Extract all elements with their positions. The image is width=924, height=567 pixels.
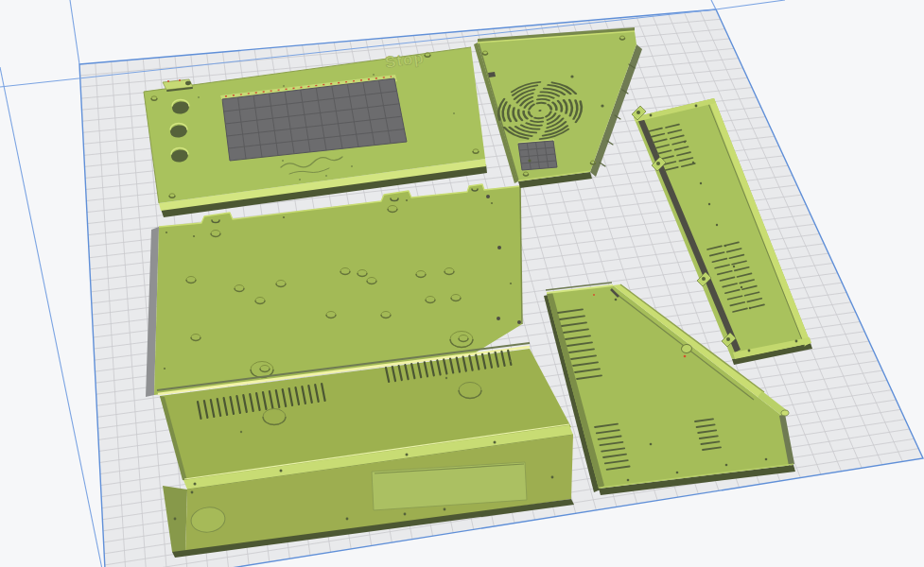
slicer-3d-viewport[interactable]: Stop [0,0,924,567]
model-parts: Stop [144,27,812,558]
scene-canvas[interactable]: Stop [0,0,924,567]
